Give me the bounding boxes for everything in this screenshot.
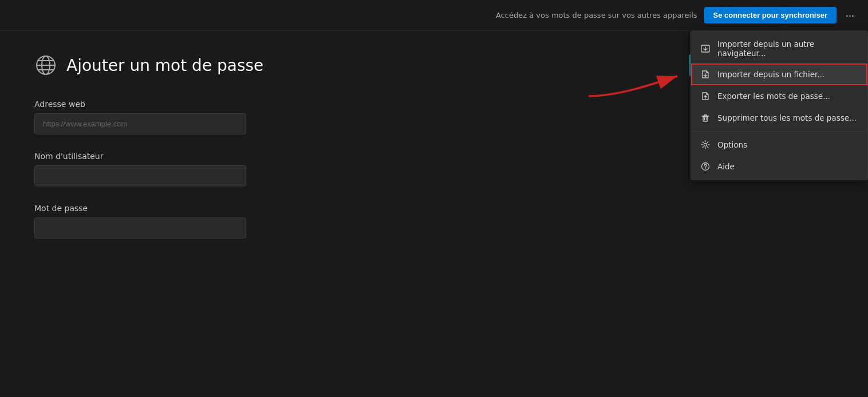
menu-item-export-label: Exporter les mots de passe...: [717, 92, 830, 101]
password-input[interactable]: [34, 217, 246, 239]
page-title: Ajouter un mot de passe: [66, 56, 263, 75]
menu-item-help-label: Aide: [717, 162, 735, 171]
menu-item-import-file-label: Importer depuis un fichier...: [717, 70, 824, 79]
menu-item-import-browser-label: Importer depuis un autre navigateur...: [717, 39, 858, 58]
password-label: Mot de passe: [34, 204, 834, 213]
more-dots-icon: ···: [846, 10, 854, 21]
menu-item-options[interactable]: Options: [691, 134, 867, 156]
menu-item-delete-all[interactable]: Supprimer tous les mots de passe...: [691, 107, 867, 129]
gear-icon: [700, 140, 711, 150]
import-file-icon: [700, 69, 711, 80]
url-input[interactable]: [34, 113, 246, 134]
menu-item-options-label: Options: [717, 140, 747, 149]
sync-promo-text: Accédez à vos mots de passe sur vos autr…: [496, 11, 697, 19]
trash-icon: [700, 113, 711, 123]
help-icon: [700, 161, 711, 172]
title-left: Ajouter un mot de passe: [34, 54, 263, 77]
menu-item-import-browser[interactable]: Importer depuis un autre navigateur...: [691, 34, 867, 63]
menu-divider: [691, 131, 867, 132]
menu-item-help[interactable]: Aide: [691, 156, 867, 177]
import-browser-icon: [700, 43, 711, 54]
dropdown-menu: Importer depuis un autre navigateur... I…: [691, 31, 868, 180]
menu-item-export[interactable]: Exporter les mots de passe...: [691, 85, 867, 107]
header: Accédez à vos mots de passe sur vos autr…: [0, 0, 868, 31]
sync-button[interactable]: Se connecter pour synchroniser: [704, 7, 837, 23]
username-input[interactable]: [34, 165, 246, 186]
svg-point-9: [704, 144, 707, 146]
menu-item-import-file[interactable]: Importer depuis un fichier...: [691, 63, 867, 85]
svg-rect-6: [703, 116, 708, 121]
password-field-group: Mot de passe: [34, 204, 834, 239]
menu-item-delete-all-label: Supprimer tous les mots de passe...: [717, 113, 857, 122]
export-icon: [700, 91, 711, 101]
svg-point-11: [705, 168, 705, 169]
globe-icon: [34, 54, 57, 77]
more-menu-button[interactable]: ···: [841, 8, 859, 23]
